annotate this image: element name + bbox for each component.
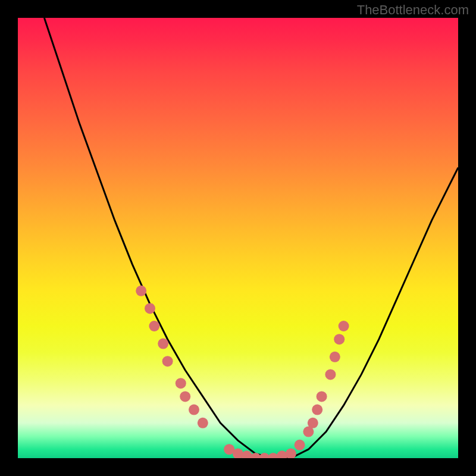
plot-area: [18, 18, 458, 458]
marker-point: [295, 440, 305, 450]
watermark-text: TheBottleneck.com: [357, 2, 469, 18]
marker-point: [317, 391, 327, 402]
marker-point: [180, 391, 190, 402]
marker-point: [149, 321, 159, 331]
bottleneck-curve: [44, 18, 458, 458]
marker-point: [176, 378, 186, 389]
marker-point: [312, 405, 322, 415]
marker-point: [136, 286, 146, 296]
chart-container: TheBottleneck.com: [0, 0, 476, 476]
marker-point: [334, 334, 345, 345]
marker-point: [308, 418, 318, 428]
marker-point: [158, 339, 168, 349]
marker-point: [145, 303, 155, 314]
curve-markers: [136, 286, 349, 458]
chart-svg: [18, 18, 458, 458]
marker-point: [330, 352, 340, 362]
marker-point: [325, 369, 336, 380]
marker-point: [162, 356, 173, 367]
marker-point: [286, 449, 296, 458]
marker-point: [339, 321, 349, 331]
marker-point: [189, 405, 199, 415]
marker-point: [198, 418, 208, 428]
